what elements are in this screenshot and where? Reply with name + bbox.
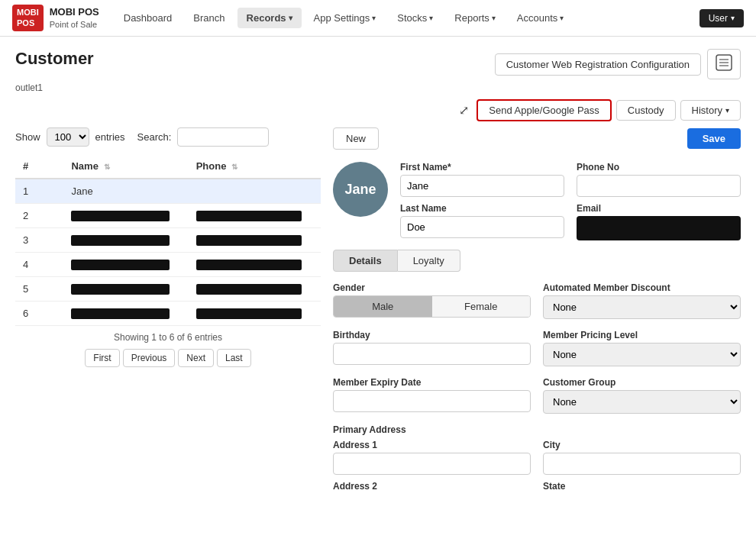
phone-group: Phone No [577,162,741,197]
tab-loyalty[interactable]: Loyalty [398,250,460,272]
table-row[interactable]: 2 [15,204,321,228]
birthday-label: Birthday [333,330,531,340]
last-name-input[interactable] [400,216,564,238]
phone-input[interactable] [577,175,741,197]
nav-app-settings[interactable]: App Settings [305,8,386,28]
expand-icon[interactable]: ⤢ [456,100,472,121]
email-redacted [577,216,741,240]
brand-text: MOBI POS Point of Sale [50,6,99,30]
gender-male-btn[interactable]: Male [334,296,432,317]
customer-group-select[interactable]: None [543,390,741,414]
csv-button[interactable] [707,49,741,79]
member-expiry-input[interactable] [333,390,531,412]
table-row[interactable]: 3 [15,228,321,253]
page-title: Customer [15,49,94,69]
cell-phone [189,302,321,326]
apple-pass-button[interactable]: Send Apple/Google Pass [477,99,612,121]
cell-id: 1 [15,179,63,204]
config-button[interactable]: Customer Web Registration Configuration [495,53,701,76]
outlet-label: outlet1 [15,82,741,93]
automated-discount-group: Automated Member Discount None [543,282,741,319]
address-grid: Address 1 City Address 2 State [333,440,741,492]
pagination: First Previous Next Last [15,349,321,367]
nav-accounts[interactable]: Accounts [508,8,573,28]
table-row[interactable]: 5 [15,277,321,302]
customer-table: # Name ⇅ Phone ⇅ 1Jane23456 [15,154,321,326]
tab-details[interactable]: Details [333,250,398,272]
nav-branch[interactable]: Branch [184,8,234,28]
gender-label: Gender [333,282,531,293]
last-name-group: Last Name [400,203,564,240]
cell-id: 4 [15,253,63,277]
email-label: Email [577,203,741,214]
redacted-name [71,235,170,246]
nav-dashboard[interactable]: Dashboard [115,8,182,28]
expiry-group-section: Member Expiry Date Customer Group None [333,377,741,414]
redacted-name [71,211,170,221]
form-actions-top: New Save [333,127,741,150]
customer-group-label: Customer Group [543,377,741,388]
table-row[interactable]: 1Jane [15,179,321,204]
page-header-actions: Customer Web Registration Configuration [495,49,741,79]
member-pricing-group: Member Pricing Level None [543,330,741,366]
gender-female-btn[interactable]: Female [432,296,531,317]
birthday-group: Birthday [333,330,531,366]
primary-address-title: Primary Address [333,424,741,435]
primary-address-section: Primary Address Address 1 City Address 2 [333,424,741,492]
prev-page-btn[interactable]: Previous [123,349,176,367]
customer-group-group: Customer Group None [543,377,741,414]
next-page-btn[interactable]: Next [178,349,214,367]
address1-input[interactable] [333,453,531,475]
member-pricing-select[interactable]: None [543,343,741,366]
cell-phone [189,277,321,302]
redacted-name [71,260,170,270]
last-page-btn[interactable]: Last [217,349,251,367]
address1-label: Address 1 [333,440,531,450]
city-input[interactable] [543,453,741,475]
custody-button[interactable]: Custody [616,100,676,121]
nav-reports[interactable]: Reports [445,8,505,28]
redacted-name [71,308,170,319]
birthday-input[interactable] [333,343,531,365]
save-button[interactable]: Save [687,128,741,149]
first-name-input[interactable] [400,175,564,197]
cell-phone [189,253,321,277]
automated-discount-select[interactable]: None [543,295,741,319]
cell-id: 5 [15,277,63,302]
avatar: Jane [333,162,388,217]
table-row[interactable]: 6 [15,302,321,326]
nav-records[interactable]: Records [237,8,302,28]
table-row[interactable]: 4 [15,253,321,277]
show-label: Show [15,131,40,143]
col-phone[interactable]: Phone ⇅ [189,154,321,179]
page-container: Customer Customer Web Registration Confi… [0,37,756,558]
brand-logo: MOBIPOS [12,5,44,31]
city-label: City [543,440,741,450]
gender-discount-section: Gender Male Female Automated Member Disc… [333,282,741,319]
birthday-pricing-section: Birthday Member Pricing Level None [333,330,741,366]
address2-label: Address 2 [333,481,531,492]
automated-discount-label: Automated Member Discount [543,282,741,293]
cell-name [63,302,188,326]
new-button[interactable]: New [333,127,379,150]
col-name[interactable]: Name ⇅ [63,154,188,179]
entries-select[interactable]: 100 25 50 [47,127,89,147]
phone-label: Phone No [577,162,741,173]
showing-info: Showing 1 to 6 of 6 entries [15,332,321,343]
redacted-phone [196,260,302,270]
nav-stocks[interactable]: Stocks [388,8,442,28]
first-name-label: First Name* [400,162,564,173]
state-label: State [543,481,741,492]
history-button[interactable]: History [680,100,741,121]
form-tabs: Details Loyalty [333,250,741,272]
redacted-phone [196,235,302,246]
search-input[interactable] [177,127,269,147]
page-header: Customer Customer Web Registration Confi… [15,49,741,79]
address1-group: Address 1 [333,440,531,475]
redacted-phone [196,308,302,319]
brand: MOBIPOS MOBI POS Point of Sale [12,5,99,31]
cell-phone [189,204,321,228]
first-page-btn[interactable]: First [85,349,119,367]
cell-name [63,204,188,228]
nav-user[interactable]: User [699,9,744,27]
